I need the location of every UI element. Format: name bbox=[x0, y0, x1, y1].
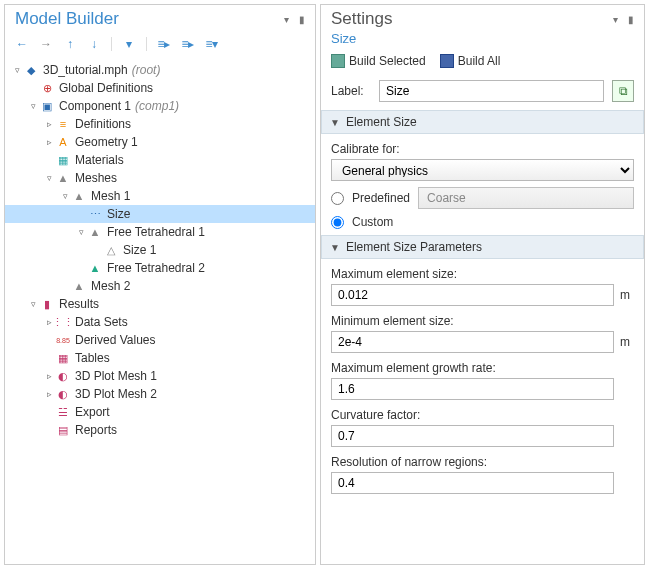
node-label: Results bbox=[59, 297, 99, 311]
param-label: Resolution of narrow regions: bbox=[331, 455, 634, 469]
show-button[interactable]: ▾ bbox=[120, 35, 138, 53]
node-icon: ▤ bbox=[55, 422, 71, 438]
tree-node[interactable]: ▹▲Mesh 2 bbox=[5, 277, 315, 295]
node-label: Free Tetrahedral 1 bbox=[107, 225, 205, 239]
custom-label: Custom bbox=[352, 215, 393, 229]
tree-node[interactable]: ▹▤Reports bbox=[5, 421, 315, 439]
node-icon: ◆ bbox=[23, 62, 39, 78]
tree-node[interactable]: ▹AGeometry 1 bbox=[5, 133, 315, 151]
node-annotation: (root) bbox=[132, 63, 161, 77]
tree-node[interactable]: ▹≡Definitions bbox=[5, 115, 315, 133]
expand-button[interactable]: ≡▸ bbox=[155, 35, 173, 53]
node-icon: ▲ bbox=[87, 224, 103, 240]
up-button[interactable]: ↑ bbox=[61, 35, 79, 53]
node-icon: ◐ bbox=[55, 386, 71, 402]
collapse-button[interactable]: ≡▸ bbox=[179, 35, 197, 53]
tree-node[interactable]: ▹☱Export bbox=[5, 403, 315, 421]
down-button[interactable]: ↓ bbox=[85, 35, 103, 53]
expand-icon[interactable]: ▹ bbox=[43, 119, 55, 129]
node-icon: ≡ bbox=[55, 116, 71, 132]
param-input[interactable] bbox=[331, 472, 614, 494]
param-input[interactable] bbox=[331, 425, 614, 447]
build-all-button[interactable]: Build All bbox=[440, 54, 501, 68]
tree-node[interactable]: ▹▲Free Tetrahedral 2 bbox=[5, 259, 315, 277]
tree-node[interactable]: ▿▣Component 1(comp1) bbox=[5, 97, 315, 115]
node-label: Geometry 1 bbox=[75, 135, 138, 149]
dropdown-icon[interactable]: ▾ bbox=[610, 14, 620, 24]
expand-icon[interactable]: ▹ bbox=[43, 137, 55, 147]
tree-node[interactable]: ▹◐3D Plot Mesh 2 bbox=[5, 385, 315, 403]
calibrate-label: Calibrate for: bbox=[331, 142, 634, 156]
param-unit: m bbox=[620, 288, 634, 302]
expand-icon[interactable]: ▿ bbox=[27, 101, 39, 111]
go-button[interactable]: ⧉ bbox=[612, 80, 634, 102]
node-icon: ▲ bbox=[55, 170, 71, 186]
expand-icon[interactable]: ▿ bbox=[27, 299, 39, 309]
node-label: Data Sets bbox=[75, 315, 128, 329]
param-input[interactable] bbox=[331, 284, 614, 306]
collapse-all-button[interactable]: ≡▾ bbox=[203, 35, 221, 53]
node-icon: ▮ bbox=[39, 296, 55, 312]
node-annotation: (comp1) bbox=[135, 99, 179, 113]
param-label: Curvature factor: bbox=[331, 408, 634, 422]
model-builder-title: Model Builder bbox=[15, 9, 281, 29]
label-label: Label: bbox=[331, 84, 371, 98]
custom-radio[interactable] bbox=[331, 216, 344, 229]
tree-node[interactable]: ▹▦Materials bbox=[5, 151, 315, 169]
dropdown-icon[interactable]: ▾ bbox=[281, 14, 291, 24]
node-label: Materials bbox=[75, 153, 124, 167]
tree-node[interactable]: ▿▲Meshes bbox=[5, 169, 315, 187]
tree-node[interactable]: ▿▲Free Tetrahedral 1 bbox=[5, 223, 315, 241]
tree-node[interactable]: ▹▦Tables bbox=[5, 349, 315, 367]
label-input[interactable] bbox=[379, 80, 604, 102]
node-label: Free Tetrahedral 2 bbox=[107, 261, 205, 275]
expand-icon[interactable]: ▿ bbox=[43, 173, 55, 183]
node-label: 3D Plot Mesh 1 bbox=[75, 369, 157, 383]
expand-icon[interactable]: ▿ bbox=[59, 191, 71, 201]
settings-subtitle: Size bbox=[321, 31, 644, 50]
model-builder-panel: Model Builder ▾ ▮ ← → ↑ ↓ ▾ ≡▸ ≡▸ ≡▾ ▿◆3… bbox=[4, 4, 316, 565]
tree-node[interactable]: ▹⊕Global Definitions bbox=[5, 79, 315, 97]
param-input[interactable] bbox=[331, 378, 614, 400]
element-size-section[interactable]: ▼ Element Size bbox=[321, 110, 644, 134]
build-all-icon bbox=[440, 54, 454, 68]
node-label: Size 1 bbox=[123, 243, 156, 257]
back-button[interactable]: ← bbox=[13, 35, 31, 53]
node-label: Component 1 bbox=[59, 99, 131, 113]
pin-icon[interactable]: ▮ bbox=[626, 14, 636, 24]
tree-node[interactable]: ▹△Size 1 bbox=[5, 241, 315, 259]
tree-node[interactable]: ▿▲Mesh 1 bbox=[5, 187, 315, 205]
param-input[interactable] bbox=[331, 331, 614, 353]
param-label: Minimum element size: bbox=[331, 314, 634, 328]
model-tree[interactable]: ▿◆3D_tutorial.mph(root)▹⊕Global Definiti… bbox=[5, 57, 315, 564]
expand-icon[interactable]: ▹ bbox=[43, 389, 55, 399]
node-label: Mesh 1 bbox=[91, 189, 130, 203]
expand-icon[interactable]: ▹ bbox=[43, 371, 55, 381]
tree-node[interactable]: ▹◐3D Plot Mesh 1 bbox=[5, 367, 315, 385]
node-icon: △ bbox=[103, 242, 119, 258]
node-label: Meshes bbox=[75, 171, 117, 185]
node-label: Size bbox=[107, 207, 130, 221]
build-selected-button[interactable]: Build Selected bbox=[331, 54, 426, 68]
tree-node[interactable]: ▹⋯Size bbox=[5, 205, 315, 223]
predefined-label: Predefined bbox=[352, 191, 410, 205]
tree-node[interactable]: ▿◆3D_tutorial.mph(root) bbox=[5, 61, 315, 79]
model-builder-toolbar: ← → ↑ ↓ ▾ ≡▸ ≡▸ ≡▾ bbox=[5, 31, 315, 57]
predefined-radio[interactable] bbox=[331, 192, 344, 205]
tree-node[interactable]: ▹⋮⋮Data Sets bbox=[5, 313, 315, 331]
chevron-down-icon: ▼ bbox=[330, 117, 340, 128]
node-icon: ▲ bbox=[71, 188, 87, 204]
node-icon: ◐ bbox=[55, 368, 71, 384]
element-size-params-section[interactable]: ▼ Element Size Parameters bbox=[321, 235, 644, 259]
tree-node[interactable]: ▿▮Results bbox=[5, 295, 315, 313]
expand-icon[interactable]: ▿ bbox=[11, 65, 23, 75]
node-icon: ▲ bbox=[71, 278, 87, 294]
param-label: Maximum element growth rate: bbox=[331, 361, 634, 375]
pin-icon[interactable]: ▮ bbox=[297, 14, 307, 24]
expand-icon[interactable]: ▿ bbox=[75, 227, 87, 237]
build-selected-icon bbox=[331, 54, 345, 68]
node-label: Reports bbox=[75, 423, 117, 437]
tree-node[interactable]: ▹8.85Derived Values bbox=[5, 331, 315, 349]
forward-button[interactable]: → bbox=[37, 35, 55, 53]
calibrate-select[interactable]: General physics bbox=[331, 159, 634, 181]
